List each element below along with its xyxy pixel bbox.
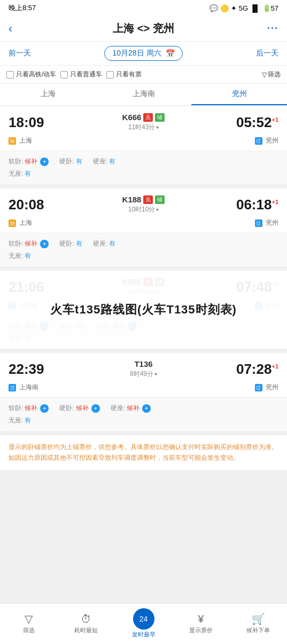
yuan-tab-icon: ¥ <box>198 613 204 625</box>
seat-row1-t136: 软卧: 候补 + 硬卧: 候补 + 硬座: 候补 + <box>9 402 278 414</box>
train-no-k188: K188 <box>122 195 142 204</box>
station-row-k188: 始 上海 过 兖州 <box>0 217 287 233</box>
prev-day-button[interactable]: 前一天 <box>9 49 31 58</box>
tab-price-label: 显示票价 <box>189 626 213 634</box>
time-tab-icon: ⏱ <box>81 613 91 625</box>
arr-station-k666: 过 兖州 <box>236 136 278 145</box>
filter-tab-icon: ▽ <box>25 612 33 625</box>
clock-circle: 24 <box>133 608 154 630</box>
add-yingwo-t136[interactable]: + <box>91 404 100 413</box>
add-yingzuo-t136[interactable]: + <box>142 404 151 413</box>
seat-yingwo-k188: 硬卧: 有 <box>59 239 82 248</box>
seat-wuzuo-t136: 无座: 有 <box>9 416 31 425</box>
tab-shanghai[interactable]: 上海 <box>0 84 96 105</box>
tab-waitlist[interactable]: 🛒 候补下单 <box>230 608 287 640</box>
station-row-t136: 过 上海南 过 兖州 <box>0 382 287 397</box>
filter-high-speed[interactable]: 只看高铁/动车 <box>6 70 56 79</box>
seat-ruanwo-k188: 软卧: 候补 + <box>9 239 49 248</box>
filter-icon: ▽ <box>262 71 267 78</box>
filter-high-speed-label: 只看高铁/动车 <box>16 70 56 79</box>
add-ruanwo-t136[interactable]: + <box>40 404 49 413</box>
seat-yingzuo-k188: 硬座: 有 <box>93 239 115 248</box>
add-ruanwo-k188[interactable]: + <box>40 240 49 248</box>
status-icons: 💬 🟡 ✦ 5G ▐▌ 🔋57 <box>210 4 278 12</box>
train-card-k188: 20:08 K188 兑 铺 10时10分 ▾ 06:18+1 始 上海 <box>0 189 287 266</box>
seat-wuzuo-k188: 无座: 有 <box>9 252 31 261</box>
train-number-area-k188: K188 兑 铺 <box>51 195 236 204</box>
train-card-k550: 火车t135路线图(火车T135时刻表) 21:06 K550 兑 铺 10时4… <box>0 271 287 349</box>
train-card-k666: 18:09 K666 兑 铺 11时43分 ▾ 05:52+1 始 上海 <box>0 106 287 184</box>
duration-k188: 10时10分 ▾ <box>51 205 236 214</box>
tab-price[interactable]: ¥ 显示票价 <box>172 609 229 640</box>
train-middle-k666: K666 兑 铺 11时43分 ▾ <box>51 113 236 132</box>
seat-info-k666: 软卧: 候补 + 硬卧: 有 硬座: 有 无座: 有 <box>0 151 287 184</box>
tab-yanzhou[interactable]: 兖州 <box>191 84 287 105</box>
back-button[interactable]: ‹ <box>9 22 30 36</box>
filter-regular-checkbox[interactable] <box>60 71 68 78</box>
seat-yingwo-k666: 硬卧: 有 <box>59 157 82 166</box>
dep-station-k666: 始 上海 <box>9 136 51 145</box>
train-number-area-t136: T136 <box>51 359 236 368</box>
seat-yingzuo-t136: 硬座: 候补 + <box>111 404 151 413</box>
train-card-t136: 22:39 T136 8时49分 ▾ 07:28+1 过 上海南 过 <box>0 353 287 431</box>
arr-sup-t136: +1 <box>272 363 278 370</box>
arr-station-t136: 过 兖州 <box>236 383 278 392</box>
add-ruanwo-k666[interactable]: + <box>40 158 49 166</box>
dep-time-k188: 20:08 <box>9 197 51 213</box>
dep-icon-t136: 过 <box>9 384 16 391</box>
down-arrow-k666: ▾ <box>156 124 159 130</box>
train-row-k666: 18:09 K666 兑 铺 11时43分 ▾ 05:52+1 <box>0 106 287 135</box>
signal-icon: ▐▌ <box>250 4 260 12</box>
arr-station-k188: 过 兖州 <box>236 218 278 227</box>
train-list: 18:09 K666 兑 铺 11时43分 ▾ 05:52+1 始 上海 <box>0 106 287 513</box>
duration-t136: 8时49分 ▾ <box>51 370 236 379</box>
badge2-k666: 铺 <box>155 113 165 122</box>
dep-station-k188: 始 上海 <box>9 218 51 227</box>
filter-regular[interactable]: 只看普通车 <box>60 70 102 79</box>
filter-available-checkbox[interactable] <box>106 71 114 78</box>
badge1-k666: 兑 <box>143 113 153 122</box>
badge1-k188: 兑 <box>143 195 153 204</box>
more-button[interactable]: ··· <box>257 23 278 34</box>
train-row-t136: 22:39 T136 8时49分 ▾ 07:28+1 <box>0 353 287 382</box>
train-middle-k188: K188 兑 铺 10时10分 ▾ <box>51 195 236 214</box>
seat-row2-t136: 无座: 有 <box>9 414 278 427</box>
tab-shortest[interactable]: ⏱ 耗时最短 <box>57 609 114 640</box>
tab-earliest[interactable]: 24 发时最早 <box>115 604 172 644</box>
duration-k666: 11时43分 ▾ <box>51 123 236 132</box>
filter-bar: 只看高铁/动车 只看普通车 只看有票 ▽ 筛选 <box>0 66 287 84</box>
down-arrow-t136: ▾ <box>154 371 157 377</box>
dep-icon-k188: 始 <box>9 219 16 227</box>
network-5g: 5G <box>239 4 248 12</box>
train-no-k666: K666 <box>122 113 142 122</box>
next-day-button[interactable]: 后一天 <box>256 49 278 58</box>
arr-time-k666: 05:52+1 <box>236 114 278 131</box>
status-bar: 晚上8:57 💬 🟡 ✦ 5G ▐▌ 🔋57 <box>0 0 287 16</box>
tab-filter-label: 筛选 <box>23 626 35 634</box>
dep-time-t136: 22:39 <box>9 361 51 378</box>
arr-time-t136: 07:28+1 <box>236 361 278 378</box>
arr-icon-k666: 过 <box>255 137 262 145</box>
filter-high-speed-checkbox[interactable] <box>6 71 14 78</box>
arr-icon-t136: 过 <box>255 384 262 391</box>
notice-text: 显示的卧铺票价均为上铺票价，供您参考。具体票价以您确认支付时实际购买的铺别票价为… <box>0 435 287 470</box>
header-title: 上海 <> 兖州 <box>30 21 257 36</box>
date-picker[interactable]: 10月28日 周六 📅 <box>104 46 182 61</box>
date-nav: 前一天 10月28日 周六 📅 后一天 <box>0 42 287 66</box>
filter-available[interactable]: 只看有票 <box>106 70 142 79</box>
tab-earliest-label: 发时最早 <box>132 631 156 639</box>
tab-filter[interactable]: ▽ 筛选 <box>0 608 57 640</box>
badge2-k188: 铺 <box>155 195 165 204</box>
tab-shanghai-south[interactable]: 上海南 <box>96 84 191 105</box>
station-tabs: 上海 上海南 兖州 <box>0 84 287 106</box>
arr-icon-k188: 过 <box>255 219 262 227</box>
calendar-icon: 📅 <box>166 49 175 58</box>
bottom-bar: ▽ 筛选 ⏱ 耗时最短 24 发时最早 ¥ 显示票价 🛒 候补下单 <box>0 603 287 644</box>
arr-sup-k666: +1 <box>272 116 278 123</box>
clock-24-icon: 24 <box>139 615 148 623</box>
dep-icon-k666: 始 <box>9 137 16 145</box>
arr-time-k188: 06:18+1 <box>236 197 278 213</box>
filter-screen-button[interactable]: ▽ 筛选 <box>262 70 281 79</box>
seat-wuzuo-k666: 无座: 有 <box>9 169 31 178</box>
seat-yingzuo-k666: 硬座: 有 <box>93 157 115 166</box>
